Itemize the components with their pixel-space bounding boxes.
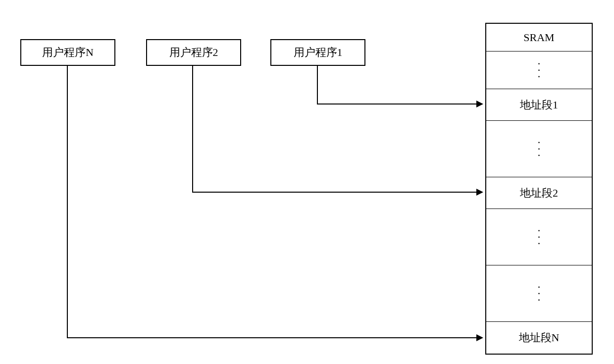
sram-segment-n: 地址段N (486, 322, 592, 354)
user-program-1-label: 用户程序1 (294, 45, 343, 60)
vertical-ellipsis-icon: ··· (538, 227, 541, 247)
sram-segment-1-label: 地址段1 (520, 98, 558, 112)
arrow-n-head (476, 334, 483, 341)
arrow-2-head (476, 189, 483, 196)
sram-segment-2-label: 地址段2 (520, 186, 558, 201)
arrow-2-v (192, 66, 193, 193)
arrow-1-v (317, 66, 318, 104)
arrow-1-h (317, 104, 478, 104)
sram-segment-1: 地址段1 (486, 89, 592, 121)
arrow-n-h (67, 337, 478, 338)
sram-dots-1: ··· (486, 52, 592, 89)
vertical-ellipsis-icon: ··· (538, 139, 541, 159)
arrow-n-v (67, 66, 68, 338)
sram-dots-3: ··· (486, 209, 592, 265)
sram-table: SRAM ··· 地址段1 ··· 地址段2 ··· ··· 地址段N (485, 23, 593, 355)
user-program-2-label: 用户程序2 (169, 45, 218, 60)
sram-segment-2: 地址段2 (486, 177, 592, 209)
user-program-2: 用户程序2 (146, 39, 241, 66)
sram-dots-2: ··· (486, 121, 592, 177)
vertical-ellipsis-icon: ··· (538, 60, 541, 80)
arrow-1-head (476, 101, 483, 107)
sram-header: SRAM (486, 24, 592, 52)
user-program-n: 用户程序N (20, 39, 115, 66)
sram-header-label: SRAM (523, 31, 554, 44)
user-program-n-label: 用户程序N (42, 45, 94, 60)
user-program-1: 用户程序1 (270, 39, 365, 66)
sram-segment-n-label: 地址段N (519, 330, 560, 345)
arrow-2-h (192, 192, 478, 193)
sram-dots-4: ··· (486, 265, 592, 322)
vertical-ellipsis-icon: ··· (538, 284, 541, 304)
